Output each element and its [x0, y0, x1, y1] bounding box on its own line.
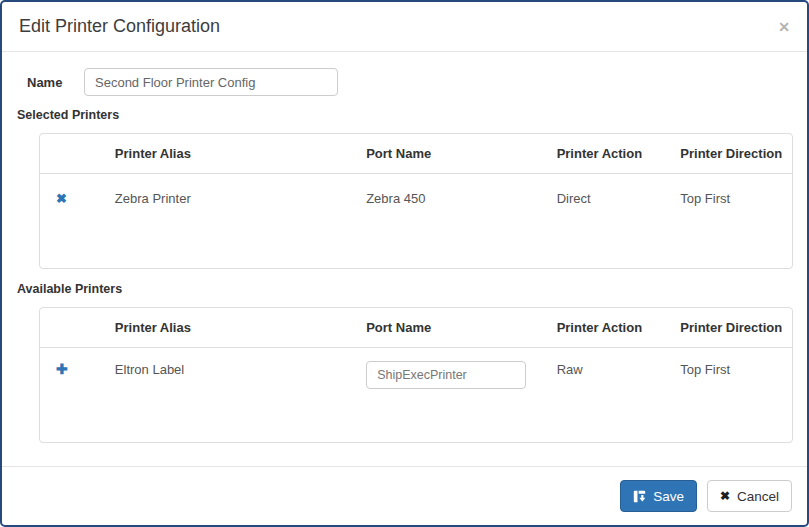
save-icon [633, 490, 646, 503]
printer-action-column-header: Printer Action [557, 320, 681, 335]
dialog-title: Edit Printer Configuration [19, 16, 220, 37]
printer-action-cell: Direct [557, 191, 681, 206]
save-button[interactable]: Save [620, 480, 697, 512]
selected-printer-row: ✖ Zebra Printer Zebra 450 Direct Top Fir… [40, 174, 792, 206]
dialog-footer: Save ✖ Cancel [2, 466, 807, 525]
printer-action-cell: Raw [557, 362, 681, 377]
printer-alias-column-header: Printer Alias [115, 146, 366, 161]
available-printers-table: Printer Alias Port Name Printer Action P… [39, 307, 793, 443]
selected-printers-table: Printer Alias Port Name Printer Action P… [39, 133, 793, 269]
cancel-button[interactable]: ✖ Cancel [707, 480, 792, 512]
cancel-x-icon: ✖ [720, 490, 730, 502]
selected-printers-header-row: Printer Alias Port Name Printer Action P… [40, 134, 792, 174]
printer-direction-column-header: Printer Direction [680, 320, 792, 335]
dialog-body: Name Selected Printers Printer Alias Por… [2, 52, 807, 466]
port-name-input[interactable] [366, 361, 526, 389]
available-printers-header-row: Printer Alias Port Name Printer Action P… [40, 308, 792, 348]
printer-alias-cell: Eltron Label [115, 362, 366, 377]
close-icon[interactable]: ✕ [778, 20, 790, 34]
name-label: Name [27, 75, 67, 90]
add-printer-icon[interactable]: ✚ [56, 361, 68, 377]
dialog-header: Edit Printer Configuration ✕ [2, 2, 807, 52]
save-button-label: Save [653, 489, 684, 504]
name-input[interactable] [84, 68, 338, 96]
port-name-cell: Zebra 450 [366, 191, 556, 206]
printer-direction-cell: Top First [680, 191, 792, 206]
name-field-row: Name [27, 68, 792, 96]
selected-printers-label: Selected Printers [17, 108, 792, 122]
available-printer-row: ✚ Eltron Label Raw Top First [40, 348, 792, 389]
edit-printer-configuration-dialog: Edit Printer Configuration ✕ Name Select… [0, 0, 809, 527]
printer-alias-column-header: Printer Alias [115, 320, 366, 335]
printer-alias-cell: Zebra Printer [115, 191, 366, 206]
printer-direction-column-header: Printer Direction [680, 146, 792, 161]
printer-action-column-header: Printer Action [557, 146, 681, 161]
port-name-column-header: Port Name [366, 320, 556, 335]
printer-direction-cell: Top First [680, 362, 792, 377]
port-name-column-header: Port Name [366, 146, 556, 161]
cancel-button-label: Cancel [737, 489, 779, 504]
available-printers-label: Available Printers [17, 282, 792, 296]
remove-printer-icon[interactable]: ✖ [56, 191, 67, 206]
